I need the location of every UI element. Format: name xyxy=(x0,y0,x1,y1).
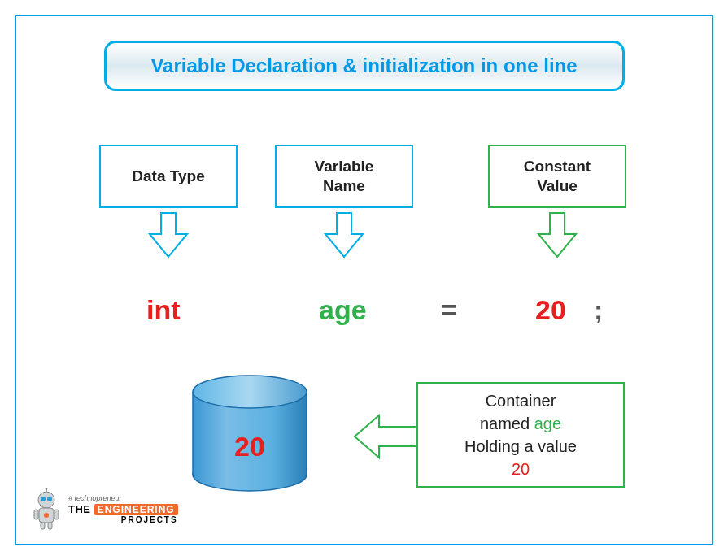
svg-point-15 xyxy=(44,513,49,518)
callout-box-varname: Variable Name xyxy=(275,145,413,208)
arrow-down-icon xyxy=(322,211,366,260)
callout-box-constval: Constant Value xyxy=(488,145,626,208)
callout-constval: Constant Value xyxy=(488,145,626,263)
svg-point-6 xyxy=(41,497,46,501)
svg-rect-13 xyxy=(41,523,45,529)
token-equals: = xyxy=(441,294,457,326)
callout-label: Data Type xyxy=(132,167,204,186)
arrow-left-icon xyxy=(351,413,418,460)
explain-line4: 20 xyxy=(512,458,530,480)
logo-text: # technopreneur THE ENGINEERING PROJECTS xyxy=(68,495,178,524)
explain-line2: named age xyxy=(480,412,561,435)
title-banner: Variable Declaration & initialization in… xyxy=(104,41,625,91)
token-keyword: int xyxy=(146,294,181,326)
svg-point-4 xyxy=(193,376,307,408)
callout-datatype: Data Type xyxy=(99,145,238,263)
callout-label: Variable Name xyxy=(315,157,374,196)
explain-line1: Container xyxy=(486,389,556,412)
svg-point-5 xyxy=(38,492,54,508)
robot-icon xyxy=(29,488,63,531)
container-cylinder: 20 xyxy=(189,372,311,494)
arrow-down-icon xyxy=(535,211,579,260)
callout-varname: Variable Name xyxy=(275,145,413,263)
container-value: 20 xyxy=(189,431,311,462)
explanation-box: Container named age Holding a value 20 xyxy=(416,382,625,488)
logo-tagline: # technopreneur xyxy=(68,495,178,502)
logo-main: THE ENGINEERING xyxy=(68,504,178,515)
token-semicolon: ; xyxy=(594,294,603,326)
explain-line3: Holding a value xyxy=(464,435,577,458)
svg-rect-14 xyxy=(48,523,52,529)
title-text: Variable Declaration & initialization in… xyxy=(150,54,577,77)
token-identifier: age xyxy=(319,294,367,326)
svg-point-7 xyxy=(47,497,52,501)
svg-rect-12 xyxy=(54,510,59,519)
svg-rect-11 xyxy=(34,510,38,519)
token-value: 20 xyxy=(535,294,566,326)
callout-box-datatype: Data Type xyxy=(99,145,238,208)
logo-sub: PROJECTS xyxy=(68,516,178,524)
brand-logo: # technopreneur THE ENGINEERING PROJECTS xyxy=(29,488,178,531)
callout-label: Constant Value xyxy=(524,157,591,196)
arrow-down-icon xyxy=(146,211,190,260)
svg-point-9 xyxy=(46,488,48,490)
